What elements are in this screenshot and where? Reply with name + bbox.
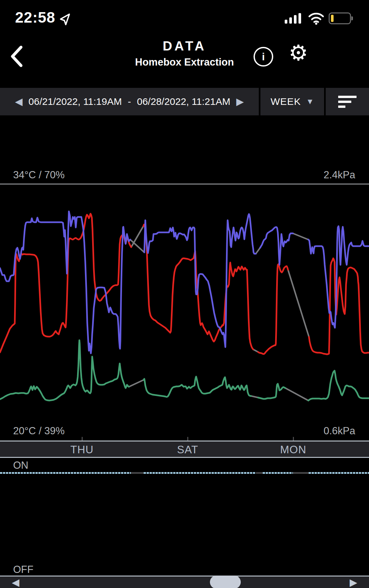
clock-label: 22:58: [15, 9, 55, 26]
info-icon: i: [262, 51, 265, 63]
x-axis-tick: [293, 437, 294, 441]
battery-icon: [329, 12, 351, 24]
scroll-right-button[interactable]: ▶: [350, 577, 357, 588]
next-range-button[interactable]: ▶: [236, 97, 244, 107]
scroll-left-button[interactable]: ◀: [12, 577, 19, 588]
extraction-state-chart[interactable]: [0, 469, 369, 477]
axis-max-left-label: 34°C / 70%: [13, 169, 65, 181]
app-screen: 22:58 DATA Homebox Extraction i ⚙ ◀ 06/2…: [0, 0, 369, 588]
data-filter-button[interactable]: [326, 88, 369, 115]
day-label: MON: [280, 443, 306, 456]
page-subtitle: Homebox Extraction: [0, 56, 369, 68]
battery-level: [331, 15, 334, 22]
info-button[interactable]: i: [254, 47, 273, 67]
date-range-bar: ◀ 06/21/2022, 11:19AM - 06/28/2022, 11:2…: [0, 88, 259, 115]
range-start-label: 06/21/2022, 11:19AM: [29, 96, 122, 107]
cellular-signal-icon: [285, 13, 301, 24]
x-axis-divider-bottom: [0, 457, 369, 458]
scroll-thumb[interactable]: [210, 576, 241, 588]
x-axis-tick: [187, 437, 188, 441]
day-label: THU: [71, 443, 94, 456]
wifi-icon: [308, 12, 325, 25]
day-label: SAT: [177, 443, 198, 456]
horizontal-scrollbar[interactable]: ◀ ▶: [0, 577, 369, 588]
granularity-label: WEEK: [271, 96, 301, 107]
state-off-label: OFF: [13, 564, 33, 576]
range-end-label: 06/28/2022, 11:21AM: [137, 96, 231, 107]
environment-line-chart[interactable]: [0, 184, 369, 441]
settings-button[interactable]: ⚙: [289, 42, 308, 64]
axis-max-right-label: 2.4kPa: [323, 169, 355, 181]
x-axis-tick: [82, 437, 83, 441]
page-title: DATA: [0, 39, 369, 53]
gear-icon: ⚙: [289, 41, 308, 65]
previous-range-button[interactable]: ◀: [15, 97, 23, 107]
range-dash: -: [128, 96, 131, 107]
granularity-dropdown[interactable]: WEEK ▼: [260, 88, 324, 115]
chevron-down-icon: ▼: [306, 97, 314, 106]
sort-lines-icon: [338, 93, 357, 110]
axis-min-right-label: 0.6kPa: [323, 425, 355, 437]
axis-min-left-label: 20°C / 39%: [13, 425, 65, 437]
x-axis-band: THUSATMON: [0, 441, 369, 457]
location-arrow-icon: [58, 12, 72, 27]
